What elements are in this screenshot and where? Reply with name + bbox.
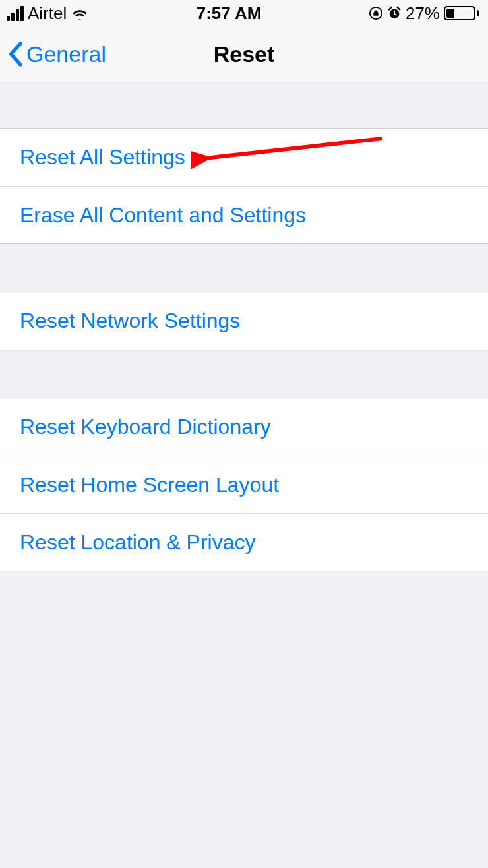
list-item-label: Reset Network Settings <box>20 309 240 333</box>
battery-icon <box>444 6 479 20</box>
cellular-signal-icon <box>7 6 24 21</box>
reset-home-screen-layout-button[interactable]: Reset Home Screen Layout <box>0 456 488 513</box>
list-group-2: Reset Network Settings <box>0 292 488 350</box>
status-bar: Airtel 7:57 AM 27% <box>0 0 488 26</box>
back-label: General <box>26 42 106 67</box>
reset-network-settings-button[interactable]: Reset Network Settings <box>0 292 488 350</box>
erase-all-content-button[interactable]: Erase All Content and Settings <box>0 186 488 243</box>
back-button[interactable]: General <box>0 42 106 67</box>
list-item-label: Erase All Content and Settings <box>20 203 306 228</box>
reset-all-settings-button[interactable]: Reset All Settings <box>0 129 488 186</box>
status-left: Airtel <box>7 3 89 24</box>
section-spacer <box>0 244 488 292</box>
reset-location-privacy-button[interactable]: Reset Location & Privacy <box>0 513 488 571</box>
wifi-icon <box>71 6 89 20</box>
list-item-label: Reset Home Screen Layout <box>20 473 279 497</box>
reset-keyboard-dictionary-button[interactable]: Reset Keyboard Dictionary <box>0 398 488 456</box>
alarm-icon <box>387 6 402 20</box>
list-group-3: Reset Keyboard Dictionary Reset Home Scr… <box>0 398 488 571</box>
carrier-label: Airtel <box>28 3 67 24</box>
page-title: Reset <box>214 42 275 67</box>
section-spacer <box>0 350 488 398</box>
chevron-left-icon <box>7 42 24 67</box>
list-item-label: Reset Location & Privacy <box>20 530 256 555</box>
status-right: 27% <box>369 3 479 24</box>
section-spacer <box>0 82 488 128</box>
list-item-label: Reset Keyboard Dictionary <box>20 415 271 439</box>
nav-bar: General Reset <box>0 26 488 82</box>
orientation-lock-icon <box>369 6 383 20</box>
list-group-1: Reset All Settings Erase All Content and… <box>0 128 488 244</box>
battery-percent: 27% <box>406 3 440 24</box>
status-time: 7:57 AM <box>197 3 262 24</box>
list-item-label: Reset All Settings <box>20 145 185 170</box>
